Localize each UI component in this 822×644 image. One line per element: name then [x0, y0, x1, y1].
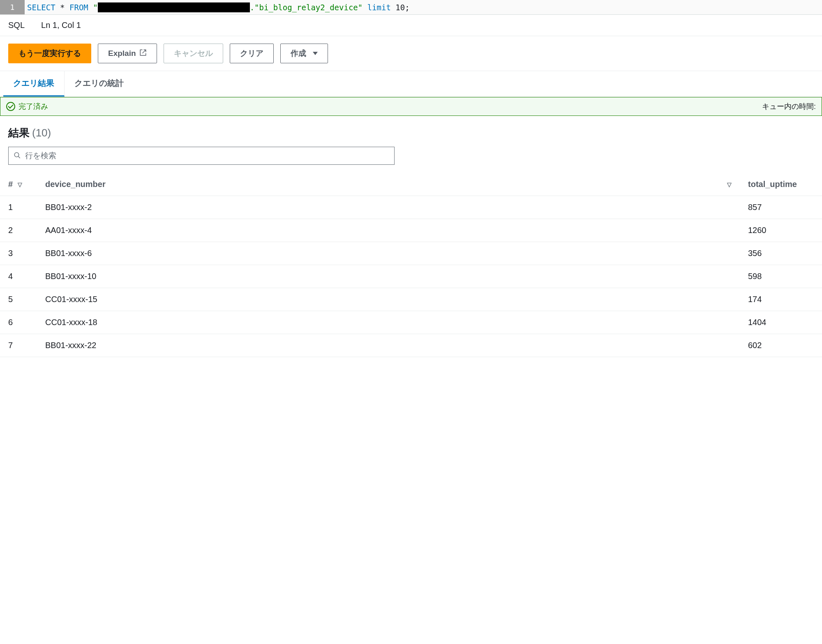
column-header-total-uptime-label: total_uptime — [748, 180, 797, 189]
cell-total-uptime: 602 — [740, 334, 822, 357]
cell-index: 6 — [0, 311, 37, 334]
svg-point-0 — [14, 152, 19, 157]
results-tabs: クエリ結果 クエリの統計 — [0, 71, 822, 97]
table-row[interactable]: 2 AA01-xxxx-4 1260 — [0, 219, 822, 242]
status-banner: 完了済み キュー内の時間: — [0, 97, 822, 116]
cell-index: 3 — [0, 242, 37, 265]
tab-query-stats[interactable]: クエリの統計 — [65, 71, 134, 97]
tab-query-stats-label: クエリの統計 — [74, 78, 124, 88]
action-bar: もう一度実行する Explain キャンセル クリア 作成 — [0, 36, 822, 71]
cell-device-number: BB01-xxxx-10 — [37, 265, 740, 288]
external-link-icon — [139, 49, 147, 58]
search-input[interactable] — [25, 151, 389, 160]
cell-total-uptime: 174 — [740, 288, 822, 311]
redacted-schema-name — [98, 2, 250, 12]
language-label: SQL — [8, 21, 25, 30]
create-label: 作成 — [291, 48, 306, 59]
sql-semicolon: ; — [405, 3, 409, 12]
column-header-index-label: # — [8, 180, 13, 189]
cell-total-uptime: 1404 — [740, 311, 822, 334]
cell-total-uptime: 598 — [740, 265, 822, 288]
results-table: # device_number total_uptime 1 BB01-xxxx… — [0, 173, 822, 357]
cell-device-number: BB01-xxxx-6 — [37, 242, 740, 265]
explain-label: Explain — [108, 49, 136, 58]
cell-device-number: BB01-xxxx-22 — [37, 334, 740, 357]
cell-total-uptime: 1260 — [740, 219, 822, 242]
cell-device-number: CC01-xxxx-15 — [37, 288, 740, 311]
cursor-position: Ln 1, Col 1 — [41, 21, 81, 30]
create-button[interactable]: 作成 — [280, 44, 328, 63]
sql-limit-value: 10 — [395, 3, 405, 12]
success-check-icon — [6, 102, 15, 111]
sql-keyword-select: SELECT — [27, 3, 55, 12]
column-header-total-uptime[interactable]: total_uptime — [740, 173, 822, 196]
column-header-device-number[interactable]: device_number — [37, 173, 740, 196]
cancel-label: キャンセル — [174, 48, 213, 59]
status-completed-text: 完了済み — [18, 102, 48, 111]
cell-total-uptime: 857 — [740, 196, 822, 219]
results-count: (10) — [32, 127, 51, 139]
table-body: 1 BB01-xxxx-2 857 2 AA01-xxxx-4 1260 3 B… — [0, 196, 822, 357]
cell-index: 4 — [0, 265, 37, 288]
table-row[interactable]: 7 BB01-xxxx-22 602 — [0, 334, 822, 357]
cell-total-uptime: 356 — [740, 242, 822, 265]
table-row[interactable]: 3 BB01-xxxx-6 356 — [0, 242, 822, 265]
cell-device-number: AA01-xxxx-4 — [37, 219, 740, 242]
cancel-button: キャンセル — [164, 44, 223, 63]
editor-status-bar: SQL Ln 1, Col 1 — [0, 15, 822, 36]
svg-line-1 — [18, 156, 20, 158]
table-row[interactable]: 4 BB01-xxxx-10 598 — [0, 265, 822, 288]
clear-label: クリア — [240, 48, 263, 59]
column-header-device-number-label: device_number — [45, 180, 106, 189]
table-header-row: # device_number total_uptime — [0, 173, 822, 196]
explain-button[interactable]: Explain — [98, 44, 157, 63]
table-row[interactable]: 5 CC01-xxxx-15 174 — [0, 288, 822, 311]
clear-button[interactable]: クリア — [230, 44, 274, 63]
sql-star: * — [60, 3, 65, 12]
sql-keyword-from: FROM — [69, 3, 88, 12]
sql-quote: " — [93, 3, 97, 12]
cell-device-number: BB01-xxxx-2 — [37, 196, 740, 219]
cell-index: 1 — [0, 196, 37, 219]
run-again-button[interactable]: もう一度実行する — [8, 44, 91, 63]
sort-icon[interactable] — [18, 181, 22, 188]
column-header-index[interactable]: # — [0, 173, 37, 196]
sql-editor[interactable]: 1 SELECT * FROM " ."bi_blog_relay2_devic… — [0, 0, 822, 15]
table-row[interactable]: 6 CC01-xxxx-18 1404 — [0, 311, 822, 334]
cell-index: 7 — [0, 334, 37, 357]
search-icon — [14, 152, 21, 160]
table-row[interactable]: 1 BB01-xxxx-2 857 — [0, 196, 822, 219]
run-again-label: もう一度実行する — [18, 48, 81, 59]
search-box[interactable] — [8, 147, 395, 165]
sql-code-line[interactable]: SELECT * FROM " ."bi_blog_relay2_device"… — [25, 0, 822, 14]
queue-time-label: キュー内の時間: — [762, 102, 816, 111]
sql-keyword-limit: limit — [367, 3, 391, 12]
cell-device-number: CC01-xxxx-18 — [37, 311, 740, 334]
sql-table-name: ."bi_blog_relay2_device" — [250, 3, 363, 12]
cell-index: 2 — [0, 219, 37, 242]
cell-index: 5 — [0, 288, 37, 311]
search-wrap — [0, 147, 822, 173]
line-number-gutter: 1 — [0, 0, 25, 14]
line-number: 1 — [10, 3, 15, 12]
tab-query-results[interactable]: クエリ結果 — [3, 71, 65, 97]
results-title: 結果 — [8, 126, 30, 140]
sort-icon[interactable] — [727, 181, 732, 188]
tab-query-results-label: クエリ結果 — [13, 78, 54, 88]
results-heading: 結果 (10) — [0, 116, 822, 147]
